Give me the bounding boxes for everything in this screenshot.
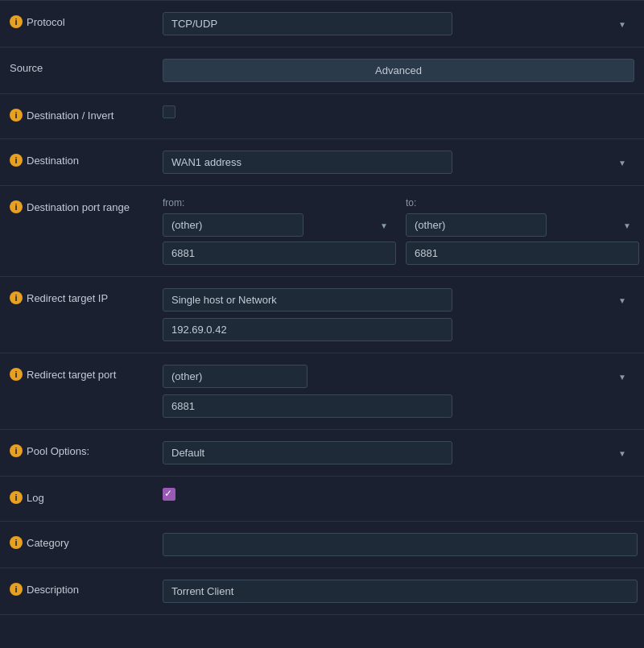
category-row: i Category — [0, 522, 644, 568]
category-label: Category — [27, 537, 69, 549]
port-to-input[interactable] — [406, 241, 639, 265]
redirect-target-ip-input[interactable] — [163, 318, 452, 341]
destination-port-range-label-cell: i Destination port range — [10, 197, 163, 213]
advanced-button[interactable]: Advanced — [163, 59, 634, 82]
redirect-target-port-input[interactable] — [163, 394, 452, 418]
protocol-row: i Protocol TCP/UDP TCP UDP ICMP Any — [0, 0, 644, 47]
destination-label-cell: i Destination — [10, 151, 163, 167]
pool-options-control: Default Round Robin Sticky — [163, 441, 634, 464]
destination-invert-label-cell: i Destination / Invert — [10, 105, 163, 122]
redirect-target-port-label: Redirect target port — [27, 369, 116, 381]
description-input[interactable] — [163, 580, 638, 603]
destination-select[interactable]: WAN1 address WAN2 address any Single hos… — [163, 151, 452, 174]
destination-info-icon[interactable]: i — [10, 154, 23, 167]
destination-port-range-info-icon[interactable]: i — [10, 200, 23, 213]
port-to-col: to: (other) HTTP (80) HTTPS (443) SSH (2… — [406, 197, 639, 265]
source-row: Source Advanced — [0, 47, 644, 94]
destination-invert-row: i Destination / Invert — [0, 94, 644, 139]
port-from-label: from: — [163, 197, 396, 208]
redirect-target-ip-label: Redirect target IP — [27, 292, 108, 304]
log-label-cell: i Log — [10, 488, 163, 504]
destination-invert-label: Destination / Invert — [27, 109, 114, 122]
redirect-target-port-select-wrapper: (other) HTTP (80) HTTPS (443) SSH (22) — [163, 365, 634, 388]
destination-invert-checkbox[interactable] — [163, 105, 175, 118]
category-label-cell: i Category — [10, 533, 163, 549]
source-control: Advanced — [163, 59, 634, 82]
pool-options-select[interactable]: Default Round Robin Sticky — [163, 441, 452, 464]
description-row: i Description — [0, 568, 644, 615]
log-info-icon[interactable]: i — [10, 491, 23, 504]
destination-row: i Destination WAN1 address WAN2 address … — [0, 139, 644, 186]
source-label-cell: Source — [10, 59, 163, 74]
pool-options-select-wrapper: Default Round Robin Sticky — [163, 441, 634, 464]
redirect-target-ip-control: Single host or Network any WAN1 address — [163, 288, 634, 341]
destination-control: WAN1 address WAN2 address any Single hos… — [163, 151, 634, 174]
description-label: Description — [27, 584, 79, 596]
source-label: Source — [10, 62, 43, 74]
protocol-select-wrapper: TCP/UDP TCP UDP ICMP Any — [163, 12, 634, 35]
redirect-target-ip-select-wrapper: Single host or Network any WAN1 address — [163, 288, 634, 312]
category-input[interactable] — [163, 533, 638, 556]
redirect-target-ip-select[interactable]: Single host or Network any WAN1 address — [163, 288, 452, 312]
destination-port-range-control: from: (other) HTTP (80) HTTPS (443) SSH … — [163, 197, 639, 265]
redirect-target-ip-info-icon[interactable]: i — [10, 291, 23, 304]
destination-select-wrapper: WAN1 address WAN2 address any Single hos… — [163, 151, 634, 174]
port-range-selects-row: from: (other) HTTP (80) HTTPS (443) SSH … — [163, 197, 639, 265]
category-info-icon[interactable]: i — [10, 536, 23, 549]
protocol-label: Protocol — [27, 16, 65, 28]
protocol-select[interactable]: TCP/UDP TCP UDP ICMP Any — [163, 12, 452, 35]
port-from-col: from: (other) HTTP (80) HTTPS (443) SSH … — [163, 197, 396, 265]
redirect-target-port-row: i Redirect target port (other) HTTP (80)… — [0, 353, 644, 430]
port-to-select-wrapper: (other) HTTP (80) HTTPS (443) SSH (22) — [406, 213, 639, 237]
description-control — [163, 580, 638, 603]
destination-invert-info-icon[interactable]: i — [10, 109, 23, 122]
destination-invert-control — [163, 105, 634, 118]
log-label: Log — [27, 492, 44, 504]
port-from-input[interactable] — [163, 241, 396, 265]
category-control — [163, 533, 638, 556]
pool-options-row: i Pool Options: Default Round Robin Stic… — [0, 430, 644, 477]
destination-port-range-row: i Destination port range from: (other) H… — [0, 186, 644, 277]
destination-label: Destination — [27, 155, 79, 167]
redirect-target-port-control: (other) HTTP (80) HTTPS (443) SSH (22) — [163, 365, 634, 418]
redirect-target-port-label-cell: i Redirect target port — [10, 365, 163, 381]
pool-options-label: Pool Options: — [27, 445, 89, 457]
description-info-icon[interactable]: i — [10, 583, 23, 596]
protocol-info-icon[interactable]: i — [10, 15, 23, 28]
log-row: i Log — [0, 477, 644, 522]
port-from-select-wrapper: (other) HTTP (80) HTTPS (443) SSH (22) — [163, 213, 396, 237]
redirect-target-port-info-icon[interactable]: i — [10, 368, 23, 381]
description-label-cell: i Description — [10, 580, 163, 596]
log-checkbox[interactable] — [163, 488, 175, 501]
protocol-control: TCP/UDP TCP UDP ICMP Any — [163, 12, 634, 35]
port-from-select[interactable]: (other) HTTP (80) HTTPS (443) SSH (22) — [163, 213, 303, 237]
port-to-label: to: — [406, 197, 639, 208]
redirect-target-ip-row: i Redirect target IP Single host or Netw… — [0, 277, 644, 353]
protocol-label-cell: i Protocol — [10, 12, 163, 28]
redirect-target-port-select[interactable]: (other) HTTP (80) HTTPS (443) SSH (22) — [163, 365, 308, 388]
destination-port-range-label: Destination port range — [27, 201, 130, 213]
redirect-target-ip-label-cell: i Redirect target IP — [10, 288, 163, 304]
log-control — [163, 488, 634, 501]
port-to-select[interactable]: (other) HTTP (80) HTTPS (443) SSH (22) — [406, 213, 547, 237]
pool-options-info-icon[interactable]: i — [10, 444, 23, 457]
pool-options-label-cell: i Pool Options: — [10, 441, 163, 457]
